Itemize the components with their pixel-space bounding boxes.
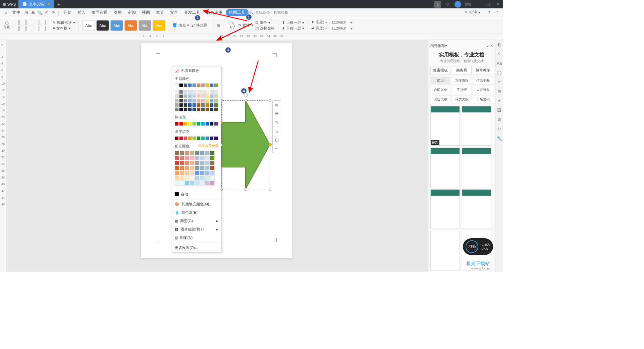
tab-business[interactable]: 商务风 <box>452 66 472 74</box>
style-5[interactable]: Abc <box>139 20 151 31</box>
color-swatch[interactable] <box>210 151 215 155</box>
maximize-button[interactable]: ▢ <box>485 1 491 8</box>
color-swatch[interactable] <box>179 94 183 98</box>
command-search[interactable]: 🔍 查找命令、搜索模板 <box>249 10 288 15</box>
send-backward-button[interactable]: ⬇下移一层 ▾ <box>282 26 304 31</box>
resize-handle-br[interactable] <box>269 188 271 191</box>
template-item[interactable]: 最近 <box>430 106 460 146</box>
color-swatch[interactable] <box>214 83 218 87</box>
more-options-icon[interactable]: ⋯ <box>273 144 281 153</box>
color-swatch[interactable] <box>205 103 209 107</box>
color-swatch[interactable] <box>200 166 205 170</box>
style-4[interactable]: Abc <box>124 20 137 31</box>
select-pane-button[interactable]: ◫选择窗格 <box>255 26 275 31</box>
color-swatch[interactable] <box>201 83 205 87</box>
group-button[interactable]: ⊡组合 ▾ <box>255 20 275 25</box>
color-swatch[interactable] <box>175 136 179 140</box>
gradient-option[interactable]: ▦渐变(G)▸ <box>172 217 221 225</box>
shape-button[interactable]: ◯ 形状 <box>3 19 11 32</box>
color-swatch[interactable] <box>175 94 179 98</box>
color-swatch[interactable] <box>185 176 190 181</box>
color-swatch[interactable] <box>190 161 195 165</box>
new-tab-button[interactable]: + <box>54 2 64 7</box>
color-swatch[interactable] <box>210 103 214 107</box>
undo-icon[interactable]: ↶ <box>44 10 50 16</box>
height-control[interactable]: ⬍高度: − 12.24厘米 + <box>311 20 353 25</box>
color-swatch[interactable] <box>205 176 210 181</box>
width-input[interactable]: 11.28厘米 <box>329 26 349 31</box>
color-swatch[interactable] <box>200 171 205 176</box>
color-swatch[interactable] <box>185 181 190 186</box>
color-swatch[interactable] <box>205 122 209 126</box>
template-item[interactable] <box>462 148 491 187</box>
notification-badge[interactable]: 1 <box>434 1 441 8</box>
color-swatch[interactable] <box>179 122 183 126</box>
style-gallery[interactable]: Abc Abc Abc Abc Abc Abc <box>82 20 165 31</box>
color-swatch[interactable] <box>175 107 179 111</box>
color-swatch[interactable] <box>210 94 214 98</box>
tag-thesis[interactable]: 论文文献 <box>452 95 472 103</box>
color-swatch[interactable] <box>183 99 187 103</box>
color-swatch[interactable] <box>185 171 190 176</box>
tag-marketing[interactable]: 市场营销 <box>473 95 493 103</box>
format-painter-button[interactable]: 🖌格式刷 <box>191 23 207 28</box>
color-swatch[interactable] <box>201 107 205 111</box>
canvas[interactable]: ⊕ ☰ ✎ ⌂ ▢ ⋯ 无填充颜色 主题颜色 标准色 渐变填充 稻壳颜色 稻壳会… <box>7 40 428 272</box>
color-swatch[interactable] <box>190 156 195 160</box>
color-swatch[interactable] <box>210 90 214 94</box>
color-swatch[interactable] <box>183 122 187 126</box>
template-item[interactable] <box>430 148 460 187</box>
color-swatch[interactable] <box>183 107 187 111</box>
color-swatch[interactable] <box>214 99 218 103</box>
color-swatch[interactable] <box>175 176 179 181</box>
picture-texture-option[interactable]: 🖼图片或纹理(T)▸ <box>172 225 221 234</box>
tag-exam[interactable]: 试题试卷 <box>430 95 450 103</box>
strip-table-icon[interactable]: ⊞ <box>496 88 502 94</box>
panel-menu-icon[interactable]: ≡ <box>487 44 489 48</box>
color-swatch[interactable] <box>201 99 205 103</box>
color-swatch[interactable] <box>197 122 201 126</box>
more-settings-option[interactable]: 更多设置(O)... <box>172 244 221 252</box>
document-tab[interactable]: 📄 文字文稿1 <box>18 0 54 8</box>
avatar-icon[interactable] <box>454 1 461 8</box>
redo-icon[interactable]: ↷ <box>50 10 56 16</box>
tag-contract[interactable]: 合同大全 <box>430 86 450 94</box>
minimize-button[interactable]: — <box>475 1 481 8</box>
skin-icon[interactable]: ◇ <box>444 1 451 8</box>
strip-shape-icon[interactable]: ◯ <box>496 69 502 76</box>
color-swatch[interactable] <box>179 107 183 111</box>
strip-style-icon[interactable]: Aa <box>496 60 502 66</box>
tab-layout[interactable]: 页面布局 <box>89 9 110 16</box>
network-widget[interactable]: 71% 0.4K/s 0K/s <box>463 238 493 255</box>
color-swatch[interactable] <box>175 156 179 160</box>
color-swatch[interactable] <box>180 151 184 155</box>
color-swatch[interactable] <box>175 161 179 165</box>
style-6[interactable]: Abc <box>153 20 165 31</box>
color-swatch[interactable] <box>179 103 183 107</box>
color-swatch[interactable] <box>190 176 195 181</box>
color-swatch[interactable] <box>180 161 184 165</box>
tab-education[interactable]: 教育教学 <box>473 66 493 74</box>
more-colors-option[interactable]: 🎨其他填充颜色(M)... <box>172 200 221 208</box>
color-swatch[interactable] <box>185 151 190 155</box>
color-swatch[interactable] <box>180 171 184 176</box>
color-swatch[interactable] <box>195 181 200 186</box>
color-swatch[interactable] <box>192 90 196 94</box>
print-icon[interactable]: 🖶 <box>30 10 36 16</box>
color-swatch[interactable] <box>185 166 190 170</box>
style-3[interactable]: Abc <box>110 20 123 31</box>
strip-settings-icon[interactable]: ⚙ <box>496 116 502 122</box>
color-swatch[interactable] <box>197 94 201 98</box>
color-swatch[interactable] <box>188 99 192 103</box>
tag-poster2[interactable]: 手抄报 <box>452 86 472 94</box>
color-swatch[interactable] <box>188 107 192 111</box>
fill-shape-icon[interactable]: ✎ <box>273 118 281 127</box>
color-swatch[interactable] <box>192 83 196 87</box>
no-fill-option[interactable]: 无填充颜色 <box>172 66 221 75</box>
color-swatch[interactable] <box>192 94 196 98</box>
color-swatch[interactable] <box>214 136 218 140</box>
color-swatch[interactable] <box>197 90 201 94</box>
tag-letter[interactable]: 信纸手账 <box>473 77 493 85</box>
color-swatch[interactable] <box>179 136 183 140</box>
width-control[interactable]: ⬌宽度: − 11.28厘米 + <box>311 26 353 31</box>
